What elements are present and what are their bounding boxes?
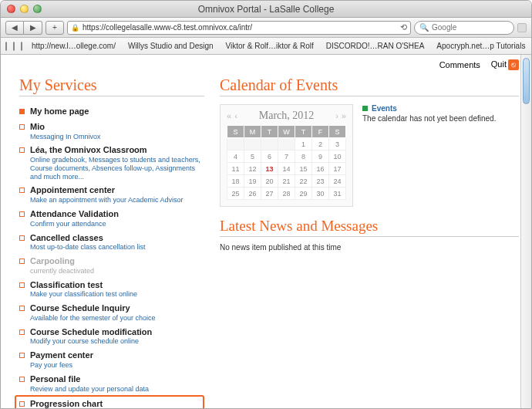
bullet-icon xyxy=(19,211,25,217)
search-input[interactable] xyxy=(432,23,501,32)
service-item[interactable]: Course Schedule InquiryAvailable for the… xyxy=(19,301,204,325)
service-item[interactable]: MioMessaging In Omnivox xyxy=(19,120,204,144)
calendar-dow: M xyxy=(244,126,261,138)
service-item[interactable]: Classification testMake your classificat… xyxy=(19,278,204,302)
url-bar[interactable]: 🔒 https://collegelasalle.www-c8.test.omn… xyxy=(67,21,411,35)
top-sites-icon[interactable] xyxy=(21,42,22,51)
service-item[interactable]: Personal fileReview and update your pers… xyxy=(19,372,204,396)
calendar-day xyxy=(278,138,295,150)
bookmark-item[interactable]: Viktor & Rolf…iktor & Rolf xyxy=(223,40,317,52)
bullet-icon xyxy=(19,235,25,241)
service-label[interactable]: Course Schedule modification xyxy=(30,327,204,338)
page-content: Comments Quit⎋ My Services My home pageM… xyxy=(1,55,531,409)
comments-link[interactable]: Comments xyxy=(439,60,480,69)
calendar-day[interactable]: 19 xyxy=(244,175,261,188)
main-column: Calendar of Events «‹ March, 2012 ›» SMT… xyxy=(220,76,522,409)
calendar-day[interactable]: 5 xyxy=(244,150,261,163)
calendar-day[interactable]: 24 xyxy=(329,175,346,188)
calendar-day[interactable]: 13 xyxy=(261,163,278,175)
calendar-next[interactable]: » xyxy=(342,111,346,120)
service-item[interactable]: Attendance ValidationConfirm your attend… xyxy=(19,207,204,231)
bullet-icon xyxy=(19,109,25,114)
service-desc: Pay your fees xyxy=(30,361,204,370)
calendar-day xyxy=(244,138,261,150)
calendar-day[interactable]: 31 xyxy=(329,188,346,200)
service-item[interactable]: ←Progression chartConsult your personal … xyxy=(15,395,204,409)
service-item[interactable]: My home page xyxy=(19,104,204,120)
calendar-day[interactable]: 3 xyxy=(329,138,346,150)
calendar-day[interactable]: 23 xyxy=(312,175,329,188)
calendar-day[interactable]: 27 xyxy=(261,188,278,200)
service-item[interactable]: Course Schedule modificationModify your … xyxy=(19,325,204,349)
calendar-day[interactable]: 12 xyxy=(244,163,261,175)
calendar-day[interactable]: 10 xyxy=(329,150,346,163)
calendar-note: The calendar has not yet been defined. xyxy=(362,114,496,123)
service-label[interactable]: Mio xyxy=(30,122,204,133)
calendar-next-month[interactable]: › xyxy=(335,111,338,120)
calendar-day[interactable]: 26 xyxy=(244,188,261,200)
bookmark-item[interactable]: DISCORDO!…RAN O'SHEA xyxy=(323,40,427,52)
service-label[interactable]: Attendance Validation xyxy=(30,209,204,220)
search-bar[interactable]: 🔍 xyxy=(414,21,514,35)
calendar-day[interactable]: 16 xyxy=(312,163,329,175)
bookmark-item[interactable]: Apocryph.net…p Tutorials xyxy=(433,40,528,52)
calendar-day[interactable]: 4 xyxy=(227,150,244,163)
service-label[interactable]: Progression chart xyxy=(30,399,200,409)
service-item[interactable]: Cancelled classesMost up-to-date class c… xyxy=(19,231,204,255)
legend-events-label: Events xyxy=(372,104,397,113)
calendar-day[interactable]: 11 xyxy=(227,163,244,175)
quit-link[interactable]: Quit⎋ xyxy=(491,59,519,70)
service-label[interactable]: Appointement center xyxy=(30,185,204,196)
vertical-scrollbar[interactable] xyxy=(520,55,531,409)
calendar-day[interactable]: 18 xyxy=(227,175,244,188)
calendar-day[interactable]: 20 xyxy=(261,175,278,188)
bullet-icon xyxy=(19,401,25,407)
service-label[interactable]: Course Schedule Inquiry xyxy=(30,303,204,314)
service-label[interactable]: My home page xyxy=(30,106,204,117)
calendar-day[interactable]: 22 xyxy=(295,175,312,188)
service-desc: Confirm your attendance xyxy=(30,220,204,228)
calendar-day[interactable]: 2 xyxy=(312,138,329,150)
calendar-day[interactable]: 21 xyxy=(278,175,295,188)
service-label[interactable]: Personal file xyxy=(30,374,204,385)
bullet-icon xyxy=(19,124,25,130)
calendar-prev[interactable]: « xyxy=(227,111,231,120)
calendar-dow: T xyxy=(261,126,278,138)
calendar-day[interactable]: 6 xyxy=(261,150,278,163)
bookmark-item[interactable]: http://new.l…ollege.com/ xyxy=(29,40,119,52)
add-bookmark-button[interactable]: + xyxy=(45,21,64,35)
service-item[interactable]: Carpoolingcurrently deactivated xyxy=(19,254,204,278)
calendar-day[interactable]: 1 xyxy=(295,138,312,150)
scrollbar-thumb[interactable] xyxy=(523,58,530,104)
calendar-day[interactable]: 14 xyxy=(278,163,295,175)
calendar-day[interactable]: 30 xyxy=(312,188,329,200)
calendar-day[interactable]: 17 xyxy=(329,163,346,175)
calendar-day[interactable]: 15 xyxy=(295,163,312,175)
calendar-day[interactable]: 25 xyxy=(227,188,244,200)
calendar-day[interactable]: 9 xyxy=(312,150,329,163)
service-label[interactable]: Payment center xyxy=(30,350,204,361)
forward-button[interactable]: ▶ xyxy=(24,21,42,35)
bullet-icon xyxy=(19,147,25,153)
page-proxy-icon xyxy=(517,23,527,32)
reload-icon[interactable]: ⟲ xyxy=(400,22,407,32)
calendar-day[interactable]: 28 xyxy=(278,188,295,200)
sidebar-toggle-icon[interactable] xyxy=(5,42,7,51)
calendar-prev-month[interactable]: ‹ xyxy=(234,111,237,120)
back-button[interactable]: ◀ xyxy=(5,21,24,35)
bookmark-item[interactable]: Willys Studio and Design xyxy=(125,40,217,52)
reading-list-icon[interactable] xyxy=(13,42,15,51)
calendar-day[interactable]: 7 xyxy=(278,150,295,163)
service-item[interactable]: Payment centerPay your fees xyxy=(19,348,204,372)
calendar-day[interactable]: 8 xyxy=(295,150,312,163)
service-label[interactable]: Carpooling xyxy=(30,256,204,267)
service-item[interactable]: Léa, the Omnivox ClassroomOnline gradebo… xyxy=(19,143,204,183)
service-item[interactable]: Appointement centerMake an appointment w… xyxy=(19,183,204,207)
service-desc: Review and update your personal data xyxy=(30,385,204,394)
service-label[interactable]: Léa, the Omnivox Classroom xyxy=(30,145,204,156)
service-desc: Messaging In Omnivox xyxy=(30,133,204,141)
service-label[interactable]: Classification test xyxy=(30,280,204,291)
service-desc: Available for the semester of your choic… xyxy=(30,314,204,323)
calendar-day[interactable]: 29 xyxy=(295,188,312,200)
service-label[interactable]: Cancelled classes xyxy=(30,233,204,244)
